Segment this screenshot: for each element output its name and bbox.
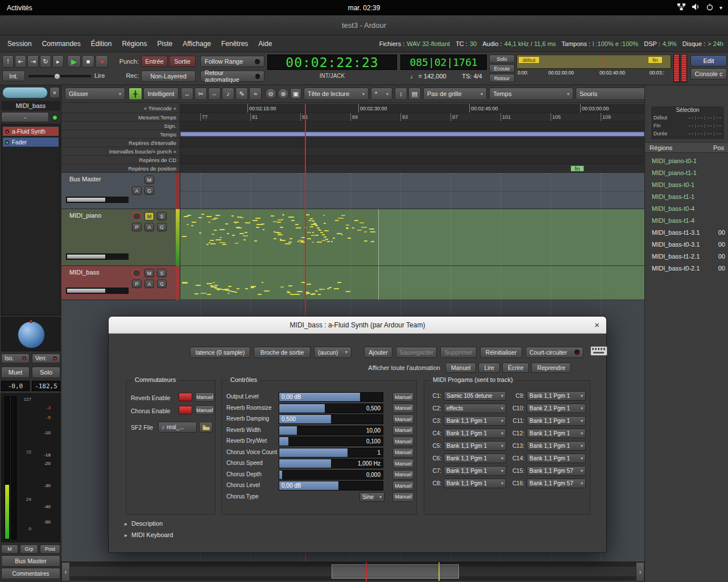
preset-add-button[interactable]: Ajouter	[364, 347, 392, 358]
follow-range-button[interactable]: Follow Range	[200, 56, 264, 67]
marker-dropdown[interactable]: *▾	[371, 88, 392, 100]
track-gain-fader[interactable]	[66, 288, 129, 294]
output-button[interactable]: Bus Master	[1, 555, 60, 567]
panner-knob[interactable]	[18, 321, 45, 348]
control-select-chorus-type[interactable]: Sine▾	[359, 492, 384, 502]
monitor-écoute-button[interactable]: Écoute	[489, 64, 515, 73]
preset-delete-button[interactable]: Supprimer	[440, 347, 477, 358]
midi-program-select[interactable]: Bank 1,1 Pgm 1▾	[527, 391, 586, 401]
track-button-a[interactable]: A	[144, 280, 154, 288]
midi-program-select[interactable]: Bank 1,1 Pgm 1▾	[444, 466, 506, 476]
tool-grab[interactable]: ╋	[129, 88, 142, 100]
track-name[interactable]: MIDI_piano	[69, 212, 101, 219]
midi-program-select[interactable]: Bank 1,1 Pgm 1▾	[444, 416, 506, 426]
nudge-clock-button[interactable]: ↕	[395, 88, 407, 100]
midi-region-tail[interactable]	[378, 266, 644, 300]
summary-strip[interactable]	[70, 562, 636, 581]
zoom-out-button[interactable]: ⊖	[265, 88, 276, 99]
edit-mode-dropdown[interactable]: Glisser▾	[65, 88, 125, 100]
control-manual-button[interactable]: Manuel	[392, 492, 414, 502]
midi-program-select[interactable]: Bank 1,1 Pgm 1▾	[527, 429, 586, 438]
midi-program-select[interactable]: Samic 105 detune▾	[444, 391, 506, 401]
control-slider-output-level[interactable]: 0,00 dB	[279, 392, 383, 402]
region-row[interactable]: MIDI_bass-t1-3.100	[645, 226, 728, 238]
control-slider-reverb-dry-wet[interactable]: 0,100	[279, 436, 383, 446]
region-row[interactable]: MIDI_piano-t1-1	[645, 167, 728, 178]
midi-program-select[interactable]: Bank 1,1 Pgm 57▾	[527, 479, 586, 488]
switch-enable-button[interactable]	[179, 393, 192, 401]
processor-box[interactable]: a-Fluid SynthFader	[1, 124, 60, 315]
secondary-clock[interactable]: 085|02|1761	[400, 55, 487, 70]
control-manual-button[interactable]: Manuel	[392, 414, 414, 424]
control-slider-chorus-depth[interactable]: 0,000	[279, 470, 383, 480]
rec-mode-button[interactable]: Non-Layered	[141, 70, 196, 82]
latency-button[interactable]: latence (0 sample)	[190, 347, 250, 358]
ruler-label-7[interactable]: Repères de position	[61, 164, 180, 173]
tempo-display[interactable]: ♩ = 142,000	[400, 73, 456, 80]
record-enable-button[interactable]	[132, 269, 142, 277]
record-button[interactable]: ●	[96, 55, 108, 68]
shuttle-handle[interactable]	[54, 73, 60, 80]
ruler-label-6[interactable]: Repères de CD	[61, 156, 180, 164]
gain-display[interactable]: -0,0	[1, 381, 30, 391]
zoom-fit-button[interactable]: ▣	[290, 88, 301, 99]
processor-led[interactable]	[5, 130, 9, 134]
dialog-close-button[interactable]: ×	[594, 320, 599, 330]
control-manual-button[interactable]: Manuel	[392, 470, 414, 480]
midi-program-select[interactable]: Bank 1,1 Pgm 1▾	[444, 441, 506, 451]
menu-session[interactable]: Session	[2, 35, 37, 52]
region-row[interactable]: MIDI_bass-t0-2.100	[645, 262, 728, 274]
track-name[interactable]: MIDI_bass	[69, 269, 100, 276]
automation-lire-button[interactable]: Lire	[478, 363, 500, 373]
control-slider-reverb-damping[interactable]: 0,500	[279, 414, 383, 424]
control-manual-button[interactable]: Manuel	[392, 426, 414, 435]
ruler-row-1[interactable]: 778185899397101105109	[180, 113, 644, 122]
grid-mode-dropdown[interactable]: Pas de grille▾	[423, 88, 487, 100]
ruler-row-4[interactable]	[180, 139, 644, 147]
time-signature-display[interactable]: TS: 4/4	[457, 73, 487, 80]
region-name[interactable]: MIDI_bass-t0-1	[652, 181, 694, 188]
dialog-titlebar[interactable]: MIDI_bass : a-Fluid Synth (par Ardour Te…	[109, 317, 606, 334]
track-mute-button[interactable]: M	[144, 269, 154, 277]
region-row[interactable]: MIDI_piano-t0-1	[645, 155, 728, 167]
play-button[interactable]: ▶	[67, 55, 81, 68]
nudge-grid-button[interactable]: ▤	[408, 88, 421, 100]
selection-value[interactable]: --:--:--:--	[688, 115, 722, 122]
control-slider-reverb-width[interactable]: 10,00	[279, 426, 383, 435]
automation-ecrire-button[interactable]: Écrire	[502, 363, 529, 373]
track-button-g[interactable]: G	[157, 223, 167, 231]
control-manual-button[interactable]: Manuel	[392, 404, 414, 413]
end-location-marker[interactable]: fin	[570, 165, 584, 172]
midi-program-select[interactable]: Bank 1,1 Pgm 1▾	[444, 429, 506, 438]
keyboard-icon[interactable]	[590, 346, 607, 358]
selection-value[interactable]: --:--:--:--	[688, 123, 722, 130]
ruler-label-2[interactable]: Sign.	[61, 122, 180, 130]
strip-grp-button[interactable]: Grp	[20, 544, 38, 554]
track-button-g[interactable]: G	[157, 280, 167, 288]
record-enable-led[interactable]	[52, 114, 58, 120]
menu-affichage[interactable]: Affichage	[177, 35, 216, 52]
ruler-label-5[interactable]: Intervalles boucle/« punch »	[61, 147, 180, 156]
comments-button[interactable]: Commentaires	[1, 568, 60, 579]
ruler-row-5[interactable]	[180, 147, 644, 156]
menu-fenêtres[interactable]: Fenêtres	[216, 35, 253, 52]
ruler-row-3[interactable]	[180, 130, 644, 139]
solo-button[interactable]: Solo	[32, 367, 60, 378]
control-slider-reverb-roomsize[interactable]: 0,500	[279, 404, 383, 413]
region-name[interactable]: MIDI_bass-t0-2.1	[652, 265, 700, 272]
tool-cut[interactable]: ✂	[195, 88, 207, 100]
sync-source-label[interactable]: INT/JACK	[267, 73, 397, 79]
chevron-down-icon[interactable]: ▾	[719, 5, 722, 11]
processor-fader[interactable]: Fader	[3, 138, 59, 147]
strip-meter[interactable]: 12772240-3-5-10-18-20-30-40-50	[1, 393, 60, 542]
region-name[interactable]: MIDI_bass-t0-4	[652, 205, 694, 212]
track-button-p[interactable]: P	[132, 223, 142, 231]
menu-commandes[interactable]: Commandes	[37, 35, 86, 52]
midi-program-select[interactable]: Bank 1,1 Pgm 1▾	[444, 454, 506, 463]
gnome-clock[interactable]: mar. 02:39	[0, 4, 728, 12]
region-name[interactable]: MIDI_bass-t1-2.1	[652, 253, 700, 260]
summary-scroll-left-button[interactable]: ‹	[61, 562, 70, 581]
ruler-row-7[interactable]: fin	[180, 164, 644, 173]
midi-program-select[interactable]: Bank 2,1 Pgm 1▾	[527, 404, 586, 413]
automation-manuel-button[interactable]: Manuel	[445, 363, 476, 373]
